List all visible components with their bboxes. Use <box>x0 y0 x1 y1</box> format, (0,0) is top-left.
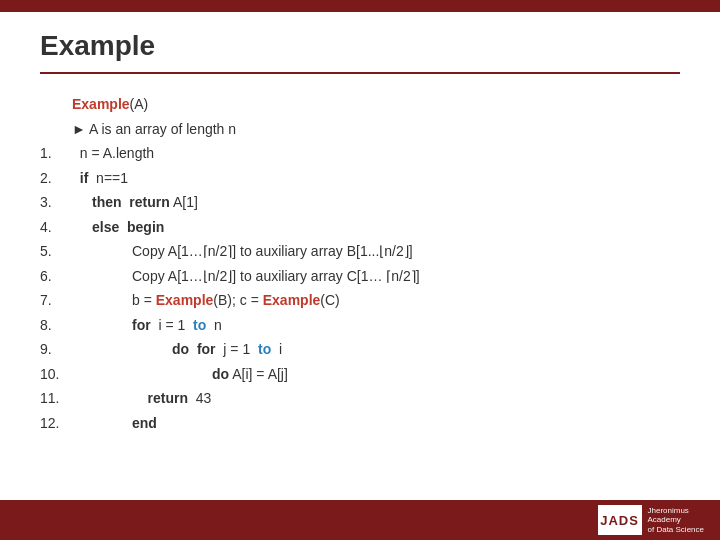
code-text-5: else begin <box>92 215 164 240</box>
code-line-3: 2. if n==1 <box>40 166 680 191</box>
logo-text: JADS <box>600 513 639 528</box>
code-text-12: return 43 <box>132 386 211 411</box>
line-num-9: 8. <box>40 313 72 338</box>
code-text-7: Copy A[1…⌊n/2⌋] to auxiliary array C[1… … <box>132 264 420 289</box>
line-num-5: 4. <box>40 215 72 240</box>
code-text-2: n = A.length <box>72 141 154 166</box>
slide-header: Example <box>0 12 720 72</box>
code-line-9: 8. for i = 1 to n <box>40 313 680 338</box>
line-num-8: 7. <box>40 288 72 313</box>
code-line-6: 5. Copy A[1…⌈n/2⌉] to auxiliary array B[… <box>40 239 680 264</box>
code-text-9: for i = 1 to n <box>132 313 222 338</box>
code-text-13: end <box>132 411 157 436</box>
code-line-11: 10. do A[i] = A[j] <box>40 362 680 387</box>
code-text-6: Copy A[1…⌈n/2⌉] to auxiliary array B[1..… <box>132 239 413 264</box>
code-text-4: then return A[1] <box>92 190 198 215</box>
line-num-12: 11. <box>40 386 72 411</box>
code-text-10: do for j = 1 to i <box>172 337 282 362</box>
line-num-2: 1. <box>40 141 72 166</box>
line-num-13: 12. <box>40 411 72 436</box>
code-line-4: 3. then return A[1] <box>40 190 680 215</box>
code-line-10: 9. do for j = 1 to i <box>40 337 680 362</box>
line-num-11: 10. <box>40 362 72 387</box>
code-text-11: do A[i] = A[j] <box>212 362 288 387</box>
code-line-13: 12. end <box>40 411 680 436</box>
code-block: Example(A) ► A is an array of length n 1… <box>0 74 720 445</box>
code-line-1: ► A is an array of length n <box>40 117 680 142</box>
code-line-0: Example(A) <box>40 92 680 117</box>
logo-box: JADS <box>598 505 642 535</box>
code-text-8: b = Example(B); c = Example(C) <box>132 288 340 313</box>
code-text-1: ► A is an array of length n <box>72 117 236 142</box>
logo-area: JADS Jheronimus Academy of Data Science <box>598 505 704 535</box>
code-line-7: 6. Copy A[1…⌊n/2⌋] to auxiliary array C[… <box>40 264 680 289</box>
code-line-2: 1. n = A.length <box>40 141 680 166</box>
code-line-5: 4. else begin <box>40 215 680 240</box>
code-line-8: 7. b = Example(B); c = Example(C) <box>40 288 680 313</box>
line-num-3: 2. <box>40 166 72 191</box>
line-num-7: 6. <box>40 264 72 289</box>
top-accent-bar <box>0 0 720 12</box>
line-num-4: 3. <box>40 190 72 215</box>
page-title: Example <box>40 30 680 62</box>
code-text-3: if n==1 <box>72 166 128 191</box>
line-num-10: 9. <box>40 337 72 362</box>
logo-subtitle: Jheronimus Academy of Data Science <box>648 506 704 535</box>
code-line-12: 11. return 43 <box>40 386 680 411</box>
bottom-bar: JADS Jheronimus Academy of Data Science <box>0 500 720 540</box>
line-num-6: 5. <box>40 239 72 264</box>
code-text-0: Example(A) <box>72 92 148 117</box>
